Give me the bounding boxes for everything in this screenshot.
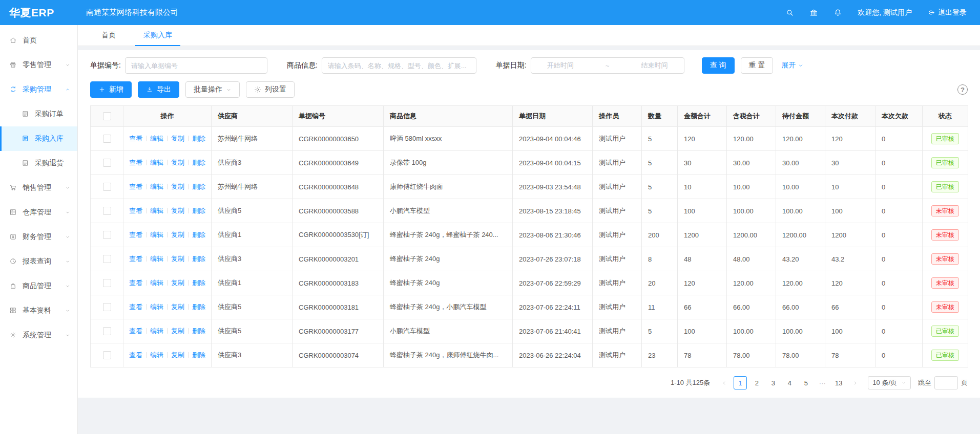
- action-view[interactable]: 查看: [129, 303, 142, 311]
- action-view[interactable]: 查看: [129, 351, 142, 359]
- action-copy[interactable]: 复制: [171, 279, 184, 287]
- action-delete[interactable]: 删除: [192, 279, 205, 287]
- action-delete[interactable]: 删除: [192, 255, 205, 263]
- action-delete[interactable]: 删除: [192, 231, 205, 238]
- bell-icon[interactable]: [833, 8, 842, 17]
- action-edit[interactable]: 编辑: [150, 327, 163, 335]
- action-delete[interactable]: 删除: [192, 327, 205, 335]
- sidebar-item-finance[interactable]: 财务管理: [0, 225, 77, 249]
- action-delete[interactable]: 删除: [192, 303, 205, 311]
- add-button[interactable]: 新增: [90, 81, 132, 98]
- action-view[interactable]: 查看: [129, 135, 142, 142]
- sidebar-item-reports[interactable]: 报表查询: [0, 249, 77, 274]
- row-checkbox[interactable]: [103, 135, 111, 143]
- action-copy[interactable]: 复制: [171, 351, 184, 359]
- page-size-select[interactable]: 10 条/页: [868, 376, 911, 389]
- cell-product: 蜂蜜柚子茶 240g，康师傅红烧牛肉...: [384, 343, 513, 367]
- action-edit[interactable]: 编辑: [150, 159, 163, 166]
- help-icon[interactable]: ?: [957, 84, 968, 95]
- sidebar-item-label: 仓库管理: [23, 208, 51, 217]
- action-view[interactable]: 查看: [129, 279, 142, 287]
- page-button-5[interactable]: 5: [799, 376, 812, 389]
- sidebar-item-purchase-inbound[interactable]: 采购入库: [0, 126, 77, 151]
- row-checkbox[interactable]: [103, 351, 111, 359]
- sidebar-item-label: 采购管理: [23, 85, 51, 94]
- action-view[interactable]: 查看: [129, 159, 142, 166]
- product-input[interactable]: [322, 57, 476, 74]
- tab-purchase-inbound[interactable]: 采购入库: [135, 25, 180, 46]
- sidebar-item-goods[interactable]: 商品管理: [0, 274, 77, 298]
- action-edit[interactable]: 编辑: [150, 351, 163, 359]
- action-edit[interactable]: 编辑: [150, 303, 163, 311]
- sidebar-item-retail[interactable]: 零售管理: [0, 53, 77, 77]
- action-delete[interactable]: 删除: [192, 159, 205, 166]
- row-checkbox[interactable]: [103, 303, 111, 311]
- row-checkbox[interactable]: [103, 159, 111, 167]
- row-checkbox[interactable]: [103, 207, 111, 215]
- logout-button[interactable]: 退出登录: [927, 8, 967, 17]
- action-delete[interactable]: 删除: [192, 207, 205, 214]
- sidebar-item-home[interactable]: 首页: [0, 28, 77, 53]
- sidebar-item-basic-data[interactable]: 基本资料: [0, 298, 77, 323]
- page-button-4[interactable]: 4: [783, 376, 796, 389]
- doc-no-input[interactable]: [125, 57, 267, 74]
- action-delete[interactable]: 删除: [192, 135, 205, 142]
- action-edit[interactable]: 编辑: [150, 255, 163, 263]
- action-copy[interactable]: 复制: [171, 135, 184, 142]
- batch-label: 批量操作: [194, 85, 222, 94]
- sidebar-item-warehouse[interactable]: 仓库管理: [0, 200, 77, 225]
- cell-paid: 78: [825, 343, 875, 367]
- action-edit[interactable]: 编辑: [150, 135, 163, 142]
- sidebar-item-purchase[interactable]: 采购管理: [0, 77, 77, 102]
- action-delete[interactable]: 删除: [192, 183, 205, 190]
- cell-doc-no: CGRK00000003183: [293, 271, 384, 295]
- action-delete[interactable]: 删除: [192, 351, 205, 359]
- action-copy[interactable]: 复制: [171, 183, 184, 190]
- tab-home[interactable]: 首页: [93, 25, 124, 46]
- action-view[interactable]: 查看: [129, 255, 142, 263]
- sidebar-item-purchase-order[interactable]: 采购订单: [0, 102, 77, 126]
- page-button-2[interactable]: 2: [750, 376, 763, 389]
- action-copy[interactable]: 复制: [171, 255, 184, 263]
- bank-icon[interactable]: [809, 8, 818, 17]
- action-edit[interactable]: 编辑: [150, 207, 163, 214]
- action-edit[interactable]: 编辑: [150, 183, 163, 190]
- search-icon[interactable]: [785, 8, 794, 17]
- next-page-button[interactable]: [848, 376, 862, 389]
- doc-icon: [22, 159, 30, 167]
- action-copy[interactable]: 复制: [171, 231, 184, 238]
- action-copy[interactable]: 复制: [171, 327, 184, 335]
- row-checkbox[interactable]: [103, 327, 111, 335]
- action-edit[interactable]: 编辑: [150, 279, 163, 287]
- action-copy[interactable]: 复制: [171, 303, 184, 311]
- search-button[interactable]: 查 询: [702, 57, 735, 74]
- prev-page-button[interactable]: [717, 376, 731, 389]
- date-range-input[interactable]: 开始时间 ~ 结束时间: [531, 57, 684, 74]
- action-copy[interactable]: 复制: [171, 207, 184, 214]
- batch-actions-button[interactable]: 批量操作: [185, 81, 240, 98]
- page-button-13[interactable]: 13: [832, 376, 845, 389]
- column-settings-button[interactable]: 列设置: [246, 81, 295, 98]
- select-all-checkbox[interactable]: [103, 112, 111, 120]
- row-actions: 查看编辑复制删除: [123, 319, 212, 343]
- action-copy[interactable]: 复制: [171, 159, 184, 166]
- reset-button[interactable]: 重 置: [741, 57, 774, 74]
- sidebar-item-system[interactable]: 系统管理: [0, 323, 77, 348]
- cell-doc-no: CGRK00000003074: [293, 343, 384, 367]
- action-view[interactable]: 查看: [129, 207, 142, 214]
- action-view[interactable]: 查看: [129, 327, 142, 335]
- export-button[interactable]: 导出: [138, 81, 179, 98]
- action-view[interactable]: 查看: [129, 183, 142, 190]
- jump-page-input[interactable]: [934, 376, 958, 389]
- sidebar-item-purchase-return[interactable]: 采购退货: [0, 151, 77, 176]
- action-edit[interactable]: 编辑: [150, 231, 163, 238]
- action-view[interactable]: 查看: [129, 231, 142, 238]
- row-checkbox[interactable]: [103, 231, 111, 239]
- expand-toggle[interactable]: 展开: [781, 61, 804, 70]
- row-checkbox[interactable]: [103, 255, 111, 263]
- row-checkbox[interactable]: [103, 183, 111, 191]
- page-button-1[interactable]: 1: [734, 376, 747, 389]
- page-button-3[interactable]: 3: [766, 376, 780, 389]
- row-checkbox[interactable]: [103, 279, 111, 287]
- sidebar-item-sales[interactable]: 销售管理: [0, 176, 77, 200]
